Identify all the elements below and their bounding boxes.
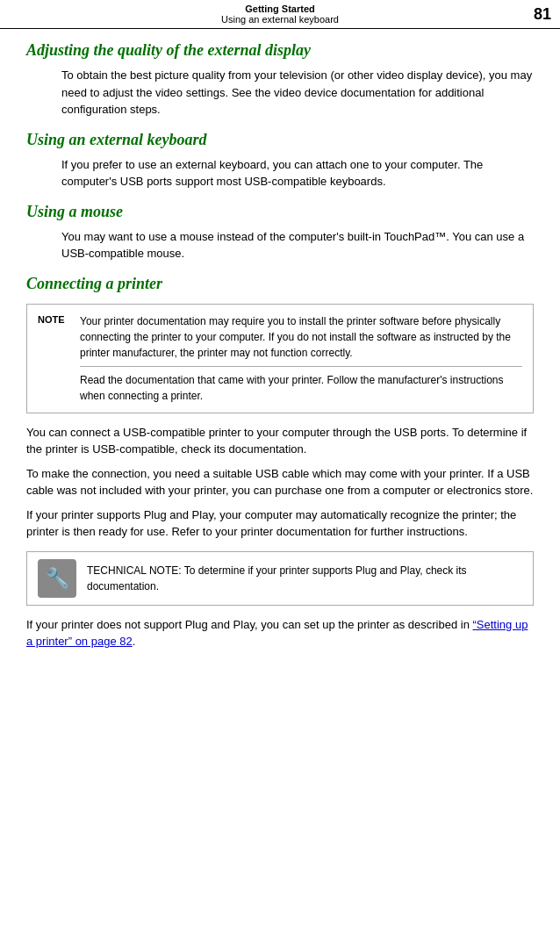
note-content: Your printer documentation may require y… bbox=[80, 313, 522, 404]
technical-note-box: 🔧 TECHNICAL NOTE: To determine if your p… bbox=[26, 551, 534, 606]
body-keyboard: If you prefer to use an external keyboar… bbox=[61, 156, 534, 190]
page-number: 81 bbox=[534, 5, 551, 24]
heading-mouse: Using a mouse bbox=[26, 203, 534, 221]
body-mouse: You may want to use a mouse instead of t… bbox=[61, 228, 534, 262]
page-header: Getting Started Using an external keyboa… bbox=[0, 0, 560, 29]
note-box: NOTE Your printer documentation may requ… bbox=[26, 304, 534, 413]
section-adjusting: Adjusting the quality of the external di… bbox=[26, 41, 534, 118]
section-keyboard: Using an external keyboard If you prefer… bbox=[26, 131, 534, 190]
note-label: NOTE bbox=[38, 313, 71, 404]
note-paragraph-2: Read the documentation that came with yo… bbox=[80, 372, 522, 404]
note-divider bbox=[80, 366, 522, 367]
printer-para-2: To make the connection, you need a suita… bbox=[26, 465, 534, 499]
header-title: Getting Started bbox=[0, 4, 560, 14]
technical-note-text: TECHNICAL NOTE: To determine if your pri… bbox=[87, 563, 522, 594]
heading-printer: Connecting a printer bbox=[26, 275, 534, 293]
wrench-icon: 🔧 bbox=[38, 559, 76, 598]
body-adjusting: To obtain the best picture quality from … bbox=[61, 67, 534, 118]
header-subtitle: Using an external keyboard bbox=[0, 14, 560, 25]
bottom-paragraph: If your printer does not support Plug an… bbox=[26, 616, 534, 650]
note-paragraph-1: Your printer documentation may require y… bbox=[80, 313, 522, 361]
printer-para-1: You can connect a USB-compatible printer… bbox=[26, 424, 534, 458]
heading-adjusting: Adjusting the quality of the external di… bbox=[26, 41, 534, 60]
bottom-before-link: If your printer does not support Plug an… bbox=[26, 618, 473, 631]
section-printer: Connecting a printer NOTE Your printer d… bbox=[26, 275, 534, 650]
section-mouse: Using a mouse You may want to use a mous… bbox=[26, 203, 534, 262]
heading-keyboard: Using an external keyboard bbox=[26, 131, 534, 149]
bottom-after-link: . bbox=[133, 635, 136, 648]
main-content: Adjusting the quality of the external di… bbox=[0, 41, 560, 675]
printer-para-3: If your printer supports Plug and Play, … bbox=[26, 506, 534, 541]
